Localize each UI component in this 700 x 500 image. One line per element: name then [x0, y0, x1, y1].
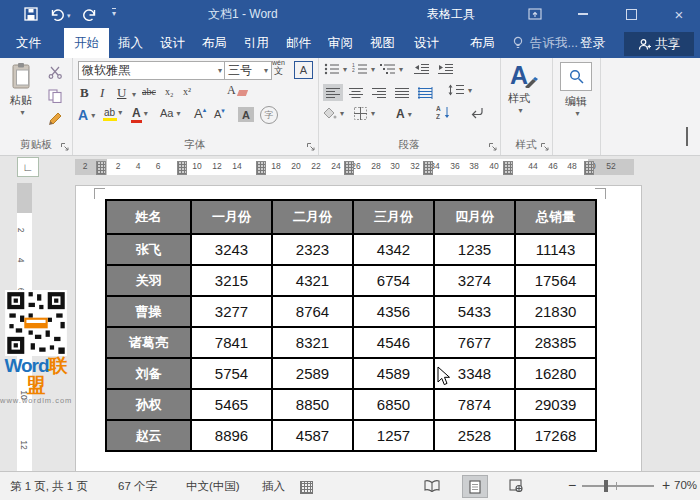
name-cell[interactable]: 诸葛亮: [106, 327, 191, 358]
underline-dropdown-icon[interactable]: ▾: [132, 90, 136, 99]
word-count[interactable]: 67 个字: [118, 479, 157, 494]
column-marker-icon[interactable]: [96, 161, 106, 175]
tab-layout[interactable]: 布局: [192, 28, 237, 58]
grow-font-icon[interactable]: A▴: [194, 106, 206, 121]
font-dialog-launcher-icon[interactable]: [306, 142, 315, 151]
name-cell[interactable]: 张飞: [106, 234, 191, 265]
underline-button[interactable]: U: [117, 85, 126, 101]
tab-design[interactable]: 设计: [150, 28, 195, 58]
font-size-combo[interactable]: 三号▾: [224, 61, 272, 80]
value-cell[interactable]: 16280: [515, 358, 596, 389]
value-cell[interactable]: 7874: [434, 389, 515, 420]
value-cell[interactable]: 17268: [515, 420, 596, 451]
value-cell[interactable]: 3274: [434, 265, 515, 296]
zoom-level[interactable]: 70%: [674, 479, 697, 491]
paragraph-dialog-launcher-icon[interactable]: [488, 142, 497, 151]
bullets-icon[interactable]: ▾: [324, 63, 347, 75]
macro-icon[interactable]: [300, 481, 313, 494]
column-marker-icon[interactable]: [344, 161, 354, 175]
share-button[interactable]: 共享: [624, 32, 694, 56]
numbering-icon[interactable]: 12▾: [352, 63, 375, 75]
borders-icon[interactable]: ▾: [354, 107, 375, 120]
phonetic-guide-icon[interactable]: wén 文: [272, 59, 285, 75]
value-cell[interactable]: 3243: [191, 234, 272, 265]
cut-icon[interactable]: [48, 66, 63, 79]
tab-home[interactable]: 开始: [64, 28, 109, 58]
value-cell[interactable]: 4589: [353, 358, 434, 389]
font-color-icon[interactable]: A▾: [132, 106, 148, 120]
sort-icon[interactable]: AZ: [436, 105, 452, 120]
tab-table-layout[interactable]: 布局: [460, 28, 505, 58]
column-marker-icon[interactable]: [584, 161, 594, 175]
distribute-icon[interactable]: [415, 84, 435, 101]
read-mode-icon[interactable]: [420, 475, 444, 496]
enclose-characters-icon[interactable]: 字: [260, 106, 278, 124]
highlight-color-icon[interactable]: ab▾: [104, 107, 122, 118]
insert-mode[interactable]: 插入: [262, 479, 285, 494]
name-cell[interactable]: 孙权: [106, 389, 191, 420]
value-cell[interactable]: 11143: [515, 234, 596, 265]
value-cell[interactable]: 3277: [191, 296, 272, 327]
value-cell[interactable]: 7841: [191, 327, 272, 358]
increase-indent-icon[interactable]: [438, 63, 454, 75]
char-shading-icon[interactable]: A: [238, 107, 254, 122]
header-cell[interactable]: 四月份: [434, 200, 515, 234]
tab-insert[interactable]: 插入: [108, 28, 153, 58]
value-cell[interactable]: 29039: [515, 389, 596, 420]
tab-file[interactable]: 文件: [6, 28, 51, 58]
value-cell[interactable]: 17564: [515, 265, 596, 296]
value-cell[interactable]: 8321: [272, 327, 353, 358]
value-cell[interactable]: 21830: [515, 296, 596, 327]
justify-icon[interactable]: [392, 84, 412, 101]
text-effects-icon[interactable]: A▾: [78, 107, 95, 123]
header-cell[interactable]: 总销量: [515, 200, 596, 234]
value-cell[interactable]: 8896: [191, 420, 272, 451]
editing-button[interactable]: 编辑 ▾: [560, 62, 592, 118]
styles-button[interactable]: A 样式 ▾: [508, 60, 530, 115]
zoom-out-button[interactable]: −: [568, 477, 576, 493]
value-cell[interactable]: 2323: [272, 234, 353, 265]
header-cell[interactable]: 二月份: [272, 200, 353, 234]
name-cell[interactable]: 刘备: [106, 358, 191, 389]
superscript-button[interactable]: x²: [183, 86, 191, 97]
clear-formatting-icon[interactable]: A: [227, 83, 247, 98]
decrease-indent-icon[interactable]: [414, 63, 430, 75]
collapse-ribbon-icon[interactable]: [686, 129, 688, 147]
copy-icon[interactable]: [48, 89, 62, 103]
name-cell[interactable]: 关羽: [106, 265, 191, 296]
header-cell[interactable]: 三月份: [353, 200, 434, 234]
line-spacing-icon[interactable]: ▾: [448, 84, 472, 96]
zoom-in-button[interactable]: +: [662, 477, 670, 493]
value-cell[interactable]: 3215: [191, 265, 272, 296]
tab-review[interactable]: 审阅: [318, 28, 363, 58]
save-icon[interactable]: [24, 7, 38, 21]
value-cell[interactable]: 4356: [353, 296, 434, 327]
align-left-icon[interactable]: [323, 84, 343, 101]
value-cell[interactable]: 28385: [515, 327, 596, 358]
asian-layout-icon[interactable]: A▾: [396, 107, 412, 121]
language-status[interactable]: 中文(中国): [186, 479, 240, 494]
tab-view[interactable]: 视图: [360, 28, 405, 58]
tab-references[interactable]: 引用: [234, 28, 279, 58]
value-cell[interactable]: 6850: [353, 389, 434, 420]
value-cell[interactable]: 5465: [191, 389, 272, 420]
value-cell[interactable]: 4546: [353, 327, 434, 358]
change-case-icon[interactable]: Aa▾: [160, 107, 180, 119]
column-marker-icon[interactable]: [256, 161, 266, 175]
minimize-icon[interactable]: [572, 4, 594, 24]
value-cell[interactable]: 2528: [434, 420, 515, 451]
column-marker-icon[interactable]: [503, 161, 513, 175]
name-cell[interactable]: 赵云: [106, 420, 191, 451]
paste-button[interactable]: 粘贴 ▾: [10, 62, 32, 117]
shading-icon[interactable]: ▾: [323, 107, 344, 120]
sales-table[interactable]: 姓名 一月份 二月份 三月份 四月份 总销量 张飞 3243 2323 4342…: [105, 199, 597, 452]
show-hide-marks-icon[interactable]: [470, 107, 484, 119]
shrink-font-icon[interactable]: A▾: [214, 108, 225, 120]
styles-dialog-launcher-icon[interactable]: [540, 142, 549, 151]
clipboard-dialog-launcher-icon[interactable]: [60, 142, 69, 151]
value-cell[interactable]: 2589: [272, 358, 353, 389]
value-cell[interactable]: 5754: [191, 358, 272, 389]
strikethrough-button[interactable]: abc: [142, 86, 156, 97]
value-cell[interactable]: 6754: [353, 265, 434, 296]
column-marker-icon[interactable]: [423, 161, 433, 175]
